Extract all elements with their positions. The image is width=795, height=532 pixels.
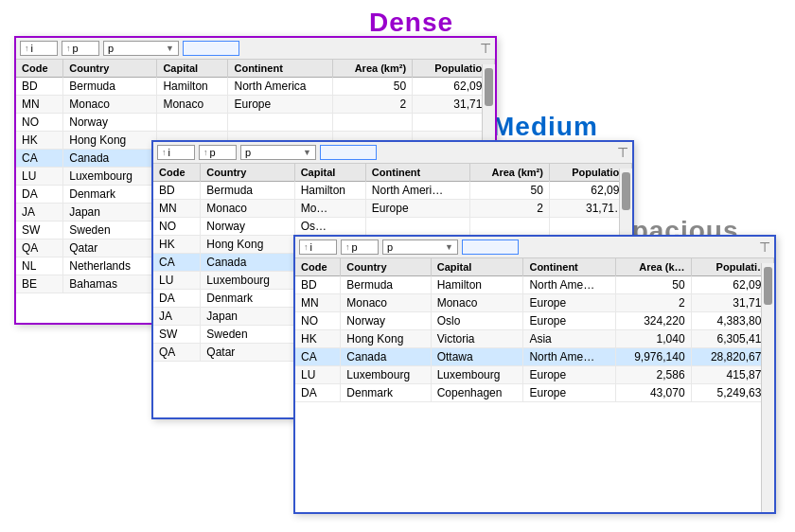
table-row[interactable]: MNMonacoMonacoEurope231,719 bbox=[295, 294, 774, 312]
sort-asc-icon-m2: ↑ bbox=[203, 148, 208, 157]
sort-asc-icon-m: ↑ bbox=[162, 148, 167, 157]
header-row-spacious: Code Country Capital Continent Area (k… … bbox=[295, 258, 774, 276]
dropdown-medium[interactable]: p ▼ bbox=[240, 145, 316, 160]
sort-p-medium[interactable]: ↑ p bbox=[199, 145, 237, 160]
filter-icon-medium[interactable]: ⊤ bbox=[617, 145, 628, 160]
sort-asc-icon: ↑ bbox=[25, 44, 29, 53]
col-area-medium: Area (km²) bbox=[469, 164, 549, 182]
dropdown-arrow-spacious: ▼ bbox=[445, 242, 453, 252]
col-country-spacious: Country bbox=[341, 258, 431, 276]
dropdown-spacious[interactable]: p ▼ bbox=[382, 239, 458, 255]
table-row[interactable]: CACanadaOttawaNorth Ame…9,976,14028,820,… bbox=[295, 348, 774, 366]
search-input-dense[interactable] bbox=[183, 41, 239, 56]
toolbar-spacious: ↑ i ↑ p p ▼ ⊤ bbox=[295, 237, 774, 258]
col-continent-medium: Continent bbox=[365, 164, 469, 182]
col-code-medium: Code bbox=[153, 164, 201, 182]
label-medium: Medium bbox=[492, 112, 598, 142]
col-area-spacious: Area (k… bbox=[616, 258, 691, 276]
sort-p-dense[interactable]: ↑ p bbox=[62, 41, 99, 56]
header-row-medium: Code Country Capital Continent Area (km²… bbox=[153, 164, 632, 182]
col-capital-spacious: Capital bbox=[431, 258, 523, 276]
toolbar-medium: ↑ i ↑ p p ▼ ⊤ bbox=[153, 142, 632, 164]
col-continent-spacious: Continent bbox=[523, 258, 616, 276]
table-row[interactable]: HKHong KongVictoriaAsia1,0406,305,413 bbox=[295, 330, 774, 348]
dropdown-dense[interactable]: p ▼ bbox=[103, 41, 179, 56]
col-country-dense: Country bbox=[63, 60, 157, 78]
scrollbar-spacious[interactable] bbox=[761, 263, 774, 512]
sort-asc-icon-s: ↑ bbox=[304, 242, 309, 252]
data-table-spacious: Code Country Capital Continent Area (k… … bbox=[295, 258, 774, 402]
col-code-dense: Code bbox=[16, 60, 63, 78]
col-capital-dense: Capital bbox=[157, 60, 228, 78]
sort-i-dense[interactable]: ↑ i bbox=[20, 41, 58, 56]
scrollbar-thumb-dense[interactable] bbox=[485, 68, 493, 106]
panel-spacious: ↑ i ↑ p p ▼ ⊤ Code Country Capital Conti… bbox=[293, 235, 776, 514]
sort-p-spacious[interactable]: ↑ p bbox=[341, 239, 379, 255]
filter-icon-spacious[interactable]: ⊤ bbox=[759, 239, 770, 255]
col-continent-dense: Continent bbox=[228, 60, 333, 78]
col-area-dense: Area (km²) bbox=[333, 60, 413, 78]
sort-i-spacious[interactable]: ↑ i bbox=[299, 239, 337, 255]
table-row[interactable]: DADenmarkCopenhagenEurope43,0705,249,632 bbox=[295, 384, 774, 402]
col-code-spacious: Code bbox=[295, 258, 341, 276]
sort-asc-icon-s2: ↑ bbox=[345, 242, 350, 252]
table-spacious: Code Country Capital Continent Area (k… … bbox=[295, 258, 774, 402]
table-row[interactable]: NONorway bbox=[16, 114, 495, 132]
table-row[interactable]: BDBermudaHamiltonNorth America5062,099 bbox=[16, 78, 495, 96]
table-row[interactable]: BDBermudaHamiltonNorth Ame…5062,099 bbox=[295, 276, 774, 294]
scrollbar-thumb-medium[interactable] bbox=[622, 172, 630, 210]
search-input-medium[interactable] bbox=[320, 145, 377, 160]
dropdown-arrow-dense: ▼ bbox=[166, 44, 174, 53]
table-row[interactable]: MNMonacoMonacoEurope231,719 bbox=[16, 96, 495, 114]
table-row[interactable]: BDBermudaHamiltonNorth Ameri…5062,099 bbox=[153, 182, 632, 200]
table-row[interactable]: NONorwayOsloEurope324,2204,383,807 bbox=[295, 312, 774, 330]
search-input-spacious[interactable] bbox=[462, 239, 519, 255]
sort-i-medium[interactable]: ↑ i bbox=[157, 145, 195, 160]
scrollbar-thumb-spacious[interactable] bbox=[764, 267, 772, 305]
toolbar-dense: ↑ i ↑ p p ▼ ⊤ bbox=[16, 38, 495, 60]
label-dense: Dense bbox=[369, 8, 453, 38]
sort-asc-icon-2: ↑ bbox=[66, 44, 71, 53]
col-capital-medium: Capital bbox=[294, 164, 365, 182]
dropdown-arrow-medium: ▼ bbox=[303, 148, 311, 157]
filter-icon-dense[interactable]: ⊤ bbox=[480, 41, 491, 56]
col-country-medium: Country bbox=[201, 164, 294, 182]
header-row-dense: Code Country Capital Continent Area (km²… bbox=[16, 60, 495, 78]
table-row[interactable]: LULuxembourgLuxembourgEurope2,586415,870 bbox=[295, 366, 774, 384]
table-row[interactable]: MNMonacoMo…Europe231,71… bbox=[153, 200, 632, 218]
table-row[interactable]: NONorwayOs… bbox=[153, 218, 632, 236]
